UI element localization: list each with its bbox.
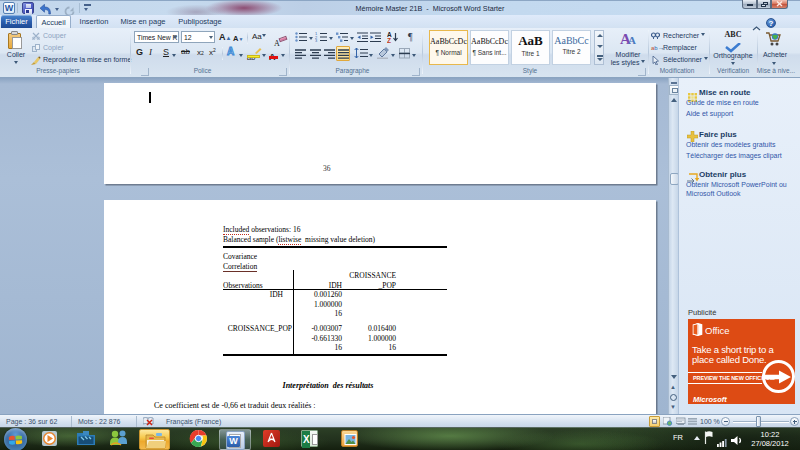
svg-text:3: 3 xyxy=(315,38,318,42)
svg-text:Z: Z xyxy=(387,37,391,43)
